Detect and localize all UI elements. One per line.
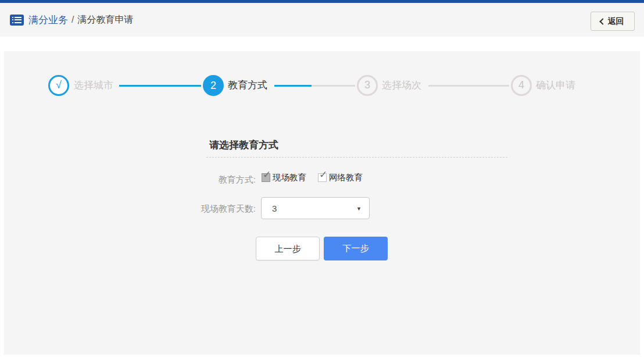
- check-icon: ✓: [319, 170, 327, 180]
- step-4-number: 4: [518, 79, 524, 91]
- days-select-value: 3: [272, 198, 277, 219]
- brand-link[interactable]: 满分业务: [28, 13, 68, 27]
- step-2-circle: 2: [203, 75, 224, 96]
- step-3-number: 3: [364, 79, 370, 91]
- step-2-label: 教育方式: [228, 75, 267, 96]
- step-1-circle: √: [48, 75, 69, 96]
- step-connector-1: [119, 85, 201, 87]
- onsite-checkbox-box: ✓: [262, 173, 270, 182]
- back-button-label: 返回: [608, 16, 624, 27]
- onsite-education-checkbox: ✓ 现场教育: [262, 172, 306, 183]
- breadcrumb-separator: /: [71, 15, 74, 25]
- chevron-left-icon: [599, 18, 606, 24]
- next-step-button[interactable]: 下一步: [324, 237, 388, 260]
- header: 满分业务 / 满分教育申请 返回: [0, 3, 644, 37]
- step-1-label: 选择城市: [74, 75, 113, 96]
- breadcrumb: 满分业务 / 满分教育申请: [10, 3, 133, 37]
- step-4-label: 确认申请: [536, 75, 575, 96]
- menu-list-icon: [10, 15, 24, 26]
- step-connector-2: [274, 85, 355, 87]
- prev-step-button[interactable]: 上一步: [256, 237, 320, 260]
- page-title: 满分教育申请: [77, 14, 133, 26]
- network-education-checkbox[interactable]: ✓ 网络教育: [318, 172, 363, 183]
- education-method-options: ✓ 现场教育 ✓ 网络教育: [262, 172, 363, 183]
- step-4-circle: 4: [511, 75, 532, 96]
- step-connector-3: [428, 85, 509, 87]
- network-education-label: 网络教育: [329, 172, 363, 183]
- back-button[interactable]: 返回: [591, 12, 635, 31]
- step-1-check-icon: √: [56, 79, 62, 91]
- step-3-circle: 3: [357, 75, 378, 96]
- onsite-days-select[interactable]: 3 ▼: [261, 197, 370, 219]
- form-title: 请选择教育方式: [209, 138, 278, 152]
- page: 满分业务 / 满分教育申请 返回 √ 选择城市 2 教育方式 3 选择场次 4 …: [0, 0, 644, 357]
- onsite-days-label: 现场教育天数:: [139, 204, 256, 215]
- step-3-label: 选择场次: [382, 75, 421, 96]
- education-method-label: 教育方式:: [139, 174, 256, 185]
- dropdown-arrow-icon: ▼: [356, 198, 362, 220]
- step-2-number: 2: [210, 80, 216, 91]
- onsite-education-label: 现场教育: [273, 172, 306, 183]
- network-checkbox-box[interactable]: ✓: [318, 173, 327, 182]
- check-icon: ✓: [263, 170, 271, 180]
- form-divider: [206, 157, 507, 158]
